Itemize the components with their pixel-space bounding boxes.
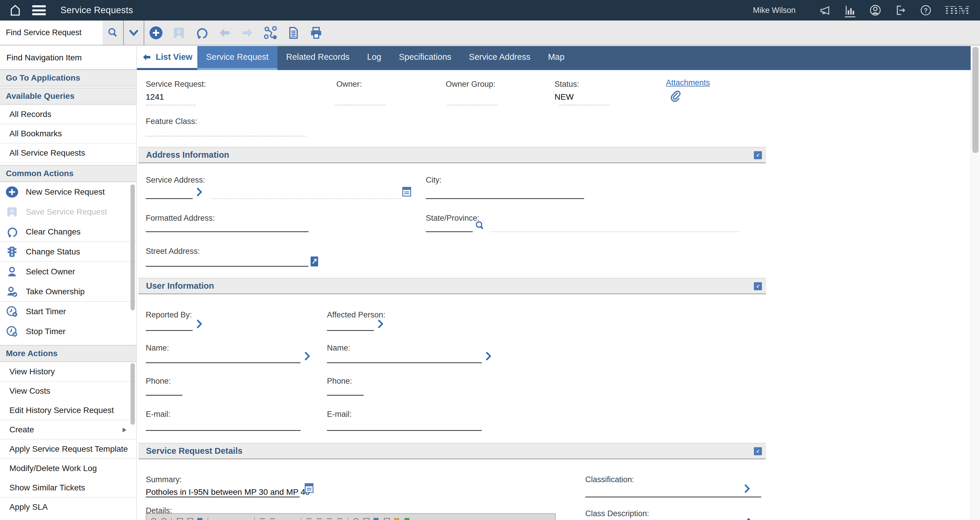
query-all-service-requests[interactable]: All Service Requests — [0, 143, 136, 163]
street-address-input[interactable] — [146, 266, 309, 267]
summary-input[interactable] — [146, 496, 300, 498]
section-address-information[interactable]: Address Information — [138, 147, 766, 163]
reported-by-input[interactable] — [146, 330, 192, 331]
affected-person-phone-input[interactable] — [327, 395, 364, 396]
details-richtext-toolbar[interactable] — [146, 513, 556, 520]
section-service-request-details[interactable]: Service Request Details — [138, 443, 766, 459]
detail-menu-icon[interactable] — [195, 319, 204, 330]
action-view-costs[interactable]: View Costs — [0, 382, 136, 401]
new-record-icon[interactable] — [149, 26, 163, 40]
italic-icon[interactable] — [223, 517, 229, 520]
link-icon[interactable] — [177, 517, 182, 520]
maximize-icon[interactable] — [404, 517, 410, 520]
tab-map[interactable]: Map — [539, 46, 573, 68]
underline-icon[interactable] — [234, 517, 239, 520]
sidebar-header-more-actions[interactable]: More Actions — [0, 345, 136, 362]
vertical-scrollbar[interactable] — [970, 46, 980, 520]
strikethrough-icon[interactable] — [244, 517, 250, 520]
attachment-icon[interactable] — [669, 89, 682, 103]
undo-icon[interactable] — [195, 26, 209, 40]
formatted-address-input[interactable] — [146, 231, 309, 232]
action-select-owner[interactable]: Select Owner — [0, 262, 136, 282]
chevron-up-icon[interactable] — [745, 517, 753, 520]
search-icon[interactable] — [103, 27, 123, 39]
announcements-icon[interactable] — [818, 4, 831, 17]
tab-specifications[interactable]: Specifications — [390, 46, 460, 68]
action-apply-sla[interactable]: Apply SLA — [0, 498, 136, 517]
service-address-input[interactable] — [146, 198, 192, 199]
sidebar-scrollbar-thumb[interactable] — [130, 184, 135, 310]
classification-input[interactable] — [585, 496, 761, 498]
action-take-ownership[interactable]: Take Ownership — [0, 282, 136, 302]
outdent-icon[interactable] — [280, 517, 286, 520]
source-icon[interactable] — [383, 517, 390, 520]
sidebar-item-go-to-applications[interactable]: Go To Applications — [0, 70, 136, 86]
highlight-icon[interactable] — [394, 517, 400, 520]
action-edit-history-service-request[interactable]: Edit History Service Request — [0, 401, 136, 420]
action-create[interactable]: Create — [0, 420, 136, 439]
profile-icon[interactable] — [869, 4, 882, 17]
reported-by-phone-input[interactable] — [146, 395, 182, 396]
attachments-link[interactable]: Attachments — [666, 78, 710, 87]
sidebar-header-available-queries[interactable]: Available Queries — [0, 87, 136, 105]
detail-menu-icon[interactable] — [303, 351, 312, 362]
report-icon[interactable] — [286, 26, 300, 40]
insert-image-icon[interactable] — [373, 517, 379, 520]
action-show-similar-tickets[interactable]: Show Similar Tickets — [0, 478, 136, 498]
tab-log[interactable]: Log — [358, 46, 390, 68]
affected-person-input[interactable] — [327, 330, 374, 331]
sidebar-header-common-actions[interactable]: Common Actions — [0, 165, 136, 182]
magnifier-icon[interactable] — [474, 220, 485, 232]
detail-menu-icon[interactable] — [376, 319, 385, 330]
state-province-input[interactable] — [426, 231, 473, 232]
detail-menu-icon[interactable] — [195, 187, 204, 198]
long-description-icon[interactable] — [305, 483, 313, 495]
collapse-icon[interactable] — [754, 151, 762, 159]
find-navigation-input[interactable] — [0, 46, 136, 70]
action-view-history[interactable]: View History — [0, 362, 136, 382]
sidebar-scrollbar-thumb[interactable] — [130, 363, 135, 425]
workflow-icon[interactable] — [263, 26, 277, 40]
action-clear-changes[interactable]: Clear Changes — [0, 222, 136, 242]
collapse-icon[interactable] — [754, 447, 762, 455]
numbered-list-icon[interactable] — [270, 517, 276, 520]
scrollbar-thumb[interactable] — [972, 47, 978, 153]
chevron-down-icon[interactable] — [124, 27, 144, 39]
align-justify-icon[interactable] — [337, 517, 343, 520]
query-all-bookmarks[interactable]: All Bookmarks — [0, 124, 136, 143]
find-record-input[interactable] — [0, 21, 103, 45]
paste-special-icon[interactable] — [197, 517, 203, 520]
affected-person-name-input[interactable] — [327, 362, 482, 363]
select-value-icon[interactable] — [402, 187, 411, 198]
help-icon[interactable]: ? — [919, 4, 932, 17]
redo-icon[interactable] — [161, 517, 167, 520]
print-icon[interactable] — [309, 26, 323, 40]
home-icon[interactable] — [8, 3, 22, 17]
undo-icon[interactable] — [150, 517, 156, 520]
menu-icon[interactable] — [32, 5, 46, 15]
action-modify-delete-work-log[interactable]: Modify/Delete Work Log — [0, 459, 136, 478]
collapse-icon[interactable] — [754, 282, 762, 290]
action-apply-service-request-template[interactable]: Apply Service Request Template — [0, 439, 136, 459]
tab-service-address[interactable]: Service Address — [460, 46, 539, 68]
action-stop-timer[interactable]: Stop Timer — [0, 321, 136, 342]
goto-icon[interactable] — [310, 256, 318, 268]
bold-icon[interactable] — [213, 517, 219, 520]
logout-icon[interactable] — [894, 4, 907, 17]
action-change-status[interactable]: Change Status — [0, 242, 136, 262]
align-center-icon[interactable] — [317, 517, 322, 520]
reports-icon[interactable] — [844, 4, 856, 17]
action-start-timer[interactable]: Start Timer — [0, 302, 136, 321]
summary-value[interactable]: Potholes in I-95N between MP 30 and MP 4… — [146, 487, 310, 497]
section-user-information[interactable]: User Information — [138, 278, 766, 294]
indent-icon[interactable] — [290, 517, 296, 520]
font-color-icon[interactable] — [353, 517, 359, 520]
align-right-icon[interactable] — [327, 517, 332, 520]
tab-list-view[interactable]: List View — [137, 46, 197, 68]
reported-by-name-input[interactable] — [146, 362, 301, 363]
affected-person-email-input[interactable] — [327, 430, 482, 431]
table-icon[interactable] — [363, 517, 369, 520]
reported-by-email-input[interactable] — [146, 430, 301, 431]
paste-icon[interactable] — [187, 517, 192, 520]
tab-related-records[interactable]: Related Records — [277, 46, 358, 68]
